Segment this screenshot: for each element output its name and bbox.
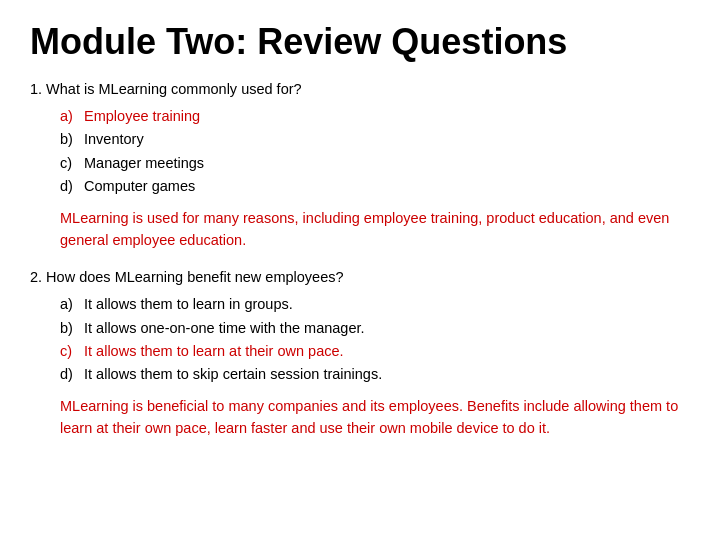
question2-option-b: b) It allows one-on-one time with the ma…: [60, 317, 690, 340]
q2-text-a: It allows them to learn in groups.: [84, 296, 293, 312]
question2-option-c: c) It allows them to learn at their own …: [60, 340, 690, 363]
q1-text-a: Employee training: [84, 108, 200, 124]
page-title: Module Two: Review Questions: [30, 20, 690, 63]
q1-text-d: Computer games: [84, 178, 195, 194]
q1-label-d: d): [60, 175, 80, 198]
q2-label-b: b): [60, 317, 80, 340]
q2-label-c: c): [60, 340, 80, 363]
question2-option-a: a) It allows them to learn in groups.: [60, 293, 690, 316]
q1-text-c: Manager meetings: [84, 155, 204, 171]
q1-label-a: a): [60, 105, 80, 128]
q1-text-b: Inventory: [84, 131, 144, 147]
question1-option-c: c) Manager meetings: [60, 152, 690, 175]
question1-feedback: MLearning is used for many reasons, incl…: [60, 208, 690, 252]
question2-text: 2. How does MLearning benefit new employ…: [30, 269, 690, 285]
question1-text: 1. What is MLearning commonly used for?: [30, 81, 690, 97]
question1-option-a: a) Employee training: [60, 105, 690, 128]
question2-feedback: MLearning is beneficial to many companie…: [60, 396, 690, 440]
q1-label-b: b): [60, 128, 80, 151]
q2-text-b: It allows one-on-one time with the manag…: [84, 320, 364, 336]
q2-text-c: It allows them to learn at their own pac…: [84, 343, 344, 359]
question1-option-d: d) Computer games: [60, 175, 690, 198]
q1-label-c: c): [60, 152, 80, 175]
page-container: Module Two: Review Questions 1. What is …: [0, 0, 720, 540]
question1-option-b: b) Inventory: [60, 128, 690, 151]
question2-options: a) It allows them to learn in groups. b)…: [60, 293, 690, 386]
q2-text-d: It allows them to skip certain session t…: [84, 366, 382, 382]
q2-label-d: d): [60, 363, 80, 386]
question1-options: a) Employee training b) Inventory c) Man…: [60, 105, 690, 198]
q2-label-a: a): [60, 293, 80, 316]
question2-option-d: d) It allows them to skip certain sessio…: [60, 363, 690, 386]
